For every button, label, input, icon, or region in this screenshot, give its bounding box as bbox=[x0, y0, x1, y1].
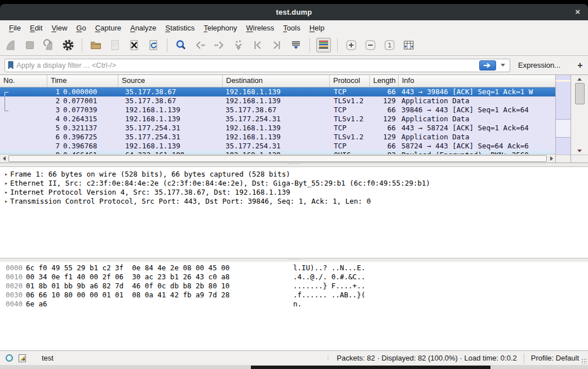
packet-row[interactable]: 20.07700135.177.38.67192.168.1.139TLSv1.… bbox=[0, 96, 555, 106]
column-header-info[interactable]: Info bbox=[399, 75, 555, 87]
go-back-icon[interactable] bbox=[193, 38, 207, 52]
hex-row[interactable]: 001000 34 0e f1 40 00 2f 06 30 ac 23 b1 … bbox=[0, 273, 588, 282]
column-header-protocol[interactable]: Protocol bbox=[330, 75, 370, 87]
capture-options-icon[interactable] bbox=[61, 38, 76, 52]
detail-tree-row[interactable]: ▸Internet Protocol Version 4, Src: 35.17… bbox=[0, 187, 588, 196]
menu-item-analyze[interactable]: Analyze bbox=[126, 22, 161, 34]
find-packet-icon[interactable] bbox=[174, 38, 188, 52]
scroll-left-icon[interactable] bbox=[0, 155, 8, 162]
cell-no: 1 bbox=[0, 87, 60, 96]
hex-ascii: l.IU)..? ..N...E. bbox=[293, 263, 365, 273]
column-header-no[interactable]: No. bbox=[0, 75, 47, 87]
column-header-source[interactable]: Source bbox=[118, 75, 223, 87]
capture-stop-icon[interactable] bbox=[23, 38, 37, 52]
auto-scroll-icon[interactable] bbox=[289, 38, 303, 52]
packet-list-rows: 10.00000035.177.38.67192.168.1.139TCP664… bbox=[0, 87, 555, 154]
hex-bytes: 00 34 0e f1 40 00 2f 06 30 ac 23 b1 26 4… bbox=[26, 273, 293, 282]
expression-button[interactable]: Expression... bbox=[515, 61, 564, 69]
apply-filter-button[interactable] bbox=[479, 60, 496, 71]
titlebar[interactable]: test.dump × bbox=[0, 4, 588, 20]
close-icon[interactable]: × bbox=[575, 7, 580, 16]
cell-destination: 35.177.254.31 bbox=[226, 142, 333, 151]
hex-row[interactable]: 002001 8b 01 bb 9b a6 82 7d 46 0f 0c db … bbox=[0, 282, 588, 291]
go-forward-icon[interactable] bbox=[212, 38, 227, 52]
menu-item-tools[interactable]: Tools bbox=[278, 22, 304, 34]
hex-offset: 0030 bbox=[0, 291, 26, 300]
menu-item-go[interactable]: Go bbox=[72, 22, 90, 34]
menu-item-capture[interactable]: Capture bbox=[91, 22, 126, 34]
toolbar-separator bbox=[167, 38, 167, 52]
menu-item-wireless[interactable]: Wireless bbox=[242, 22, 279, 34]
expand-arrow-icon[interactable]: ▸ bbox=[2, 198, 10, 204]
cell-source: 35.177.254.31 bbox=[125, 124, 226, 133]
hex-row[interactable]: 00006c f0 49 55 29 b1 c2 3f 0e 84 4e 2e … bbox=[0, 263, 588, 273]
vertical-scrollbar[interactable] bbox=[571, 75, 588, 162]
packet-row[interactable]: 70.396768192.168.1.13935.177.254.31TCP66… bbox=[0, 142, 555, 151]
column-header-time[interactable]: Time bbox=[47, 75, 118, 87]
minimap-strip[interactable] bbox=[556, 75, 571, 155]
hex-offset: 0010 bbox=[0, 273, 26, 282]
scroll-up-icon[interactable] bbox=[571, 75, 588, 83]
capture-start-icon[interactable] bbox=[3, 38, 18, 52]
zoom-out-icon[interactable] bbox=[363, 38, 378, 52]
expert-info-icon[interactable] bbox=[6, 354, 13, 362]
menu-item-telephony[interactable]: Telephony bbox=[199, 22, 241, 34]
packet-row[interactable]: 40.264315192.168.1.13935.177.254.31TLSv1… bbox=[0, 115, 555, 124]
expand-arrow-icon[interactable]: ▸ bbox=[2, 180, 10, 186]
cell-no: 7 bbox=[0, 142, 60, 151]
packet-row[interactable]: 60.39672535.177.254.31192.168.1.139TLSv1… bbox=[0, 133, 555, 142]
bookmark-icon[interactable] bbox=[7, 61, 15, 70]
open-file-icon[interactable] bbox=[89, 38, 103, 52]
menu-item-help[interactable]: Help bbox=[305, 22, 329, 34]
menu-item-statistics[interactable]: Statistics bbox=[161, 22, 199, 34]
expand-arrow-icon[interactable]: ▸ bbox=[2, 171, 10, 177]
capture-restart-icon[interactable] bbox=[42, 38, 56, 52]
save-file-icon[interactable] bbox=[108, 38, 122, 52]
cell-length: 66 bbox=[370, 124, 396, 133]
cell-info: 58724 → 443 [ACK] Seq=64 Ack=6 bbox=[396, 142, 555, 151]
detail-tree-row[interactable]: ▸Ethernet II, Src: c2:3f:0e:84:4e:2e (c2… bbox=[0, 178, 588, 187]
close-file-icon[interactable] bbox=[127, 38, 142, 52]
pane-splitter-2[interactable] bbox=[0, 258, 588, 262]
resize-columns-icon[interactable] bbox=[401, 38, 416, 52]
packet-row[interactable]: 50.32113735.177.254.31192.168.1.139TCP66… bbox=[0, 124, 555, 133]
vertical-scroll-thumb[interactable] bbox=[575, 83, 585, 104]
status-profile[interactable]: Profile: Default bbox=[531, 354, 579, 362]
reload-file-icon[interactable] bbox=[146, 38, 161, 52]
detail-tree-row[interactable]: ▸Frame 1: 66 bytes on wire (528 bits), 6… bbox=[0, 169, 588, 178]
pane-splitter-1[interactable] bbox=[0, 163, 588, 166]
packet-row[interactable]: 10.00000035.177.38.67192.168.1.139TCP664… bbox=[0, 87, 555, 96]
colorize-icon[interactable] bbox=[316, 38, 331, 52]
detail-text: Internet Protocol Version 4, Src: 35.177… bbox=[10, 188, 290, 196]
display-filter-box[interactable] bbox=[5, 59, 510, 72]
horizontal-scrollbar[interactable] bbox=[0, 154, 555, 162]
go-to-packet-icon[interactable] bbox=[231, 38, 246, 52]
menu-item-view[interactable]: View bbox=[47, 22, 72, 34]
scroll-right-icon[interactable] bbox=[547, 155, 555, 162]
go-first-icon[interactable] bbox=[250, 38, 265, 52]
filter-history-dropdown-icon[interactable] bbox=[501, 64, 505, 67]
cell-no: 4 bbox=[0, 115, 60, 124]
column-header-length[interactable]: Length bbox=[370, 75, 399, 87]
hex-row[interactable]: 00406e a6n. bbox=[0, 300, 588, 309]
hex-ascii: .......} F....+.. bbox=[293, 282, 365, 291]
capture-comment-icon[interactable] bbox=[19, 354, 26, 362]
expand-arrow-icon[interactable]: ▸ bbox=[2, 189, 10, 195]
detail-tree-row[interactable]: ▸Transmission Control Protocol, Src Port… bbox=[0, 196, 588, 205]
menu-item-edit[interactable]: Edit bbox=[25, 22, 47, 34]
zoom-100-icon[interactable]: 1 bbox=[382, 38, 397, 52]
column-header-destination[interactable]: Destination bbox=[223, 75, 330, 87]
horizontal-scroll-thumb[interactable] bbox=[8, 155, 547, 162]
scroll-down-icon[interactable] bbox=[571, 147, 588, 155]
cell-protocol: TCP bbox=[333, 106, 370, 115]
zoom-in-icon[interactable] bbox=[344, 38, 359, 52]
packet-row[interactable]: 30.077039192.168.1.13935.177.38.67TCP663… bbox=[0, 106, 555, 115]
resize-grip[interactable] bbox=[581, 358, 587, 364]
menu-item-file[interactable]: File bbox=[5, 22, 25, 34]
taskbar-fragment bbox=[251, 366, 490, 369]
intelligent-scrollbar-minimap[interactable] bbox=[555, 75, 571, 162]
go-last-icon[interactable] bbox=[269, 38, 284, 52]
display-filter-input[interactable] bbox=[15, 60, 479, 70]
hex-row[interactable]: 003006 66 10 80 00 00 01 01 08 0a 41 42 … bbox=[0, 291, 588, 300]
add-filter-button[interactable]: + bbox=[573, 60, 587, 71]
